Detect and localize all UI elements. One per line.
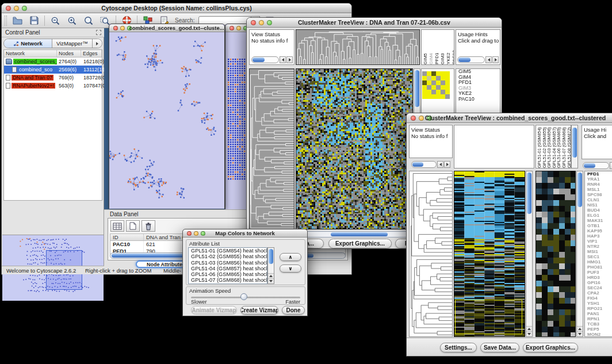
move-up-button[interactable]: ∧ xyxy=(280,253,301,261)
network-row[interactable]: RNAPuberNov2+! 563(0) 107847(0) xyxy=(4,82,102,90)
zoomed-heatmap-vscrollbar[interactable] xyxy=(576,171,583,337)
scroll-down-icon[interactable] xyxy=(268,278,274,283)
gene-label[interactable]: ELG1 xyxy=(586,213,612,218)
gene-label[interactable]: MAK31 xyxy=(586,218,612,223)
view-status-scrollbar[interactable] xyxy=(411,160,450,168)
tab-network[interactable]: Network xyxy=(4,39,52,48)
column-dendrogram-area[interactable] xyxy=(454,125,534,168)
heatmap-hscrollbar[interactable] xyxy=(296,231,420,237)
network-row[interactable]: combined_sco 2569(6) 13112(15) xyxy=(4,66,102,74)
gene-label[interactable]: CPA2 xyxy=(586,290,612,296)
scroll-down-icon[interactable] xyxy=(526,331,532,336)
row-dendrogram-canvas[interactable] xyxy=(250,69,294,229)
settings-button[interactable]: Settings... xyxy=(440,343,477,352)
gene-label[interactable]: PEP5 xyxy=(586,327,612,332)
gene-label[interactable]: YSH1 xyxy=(586,301,612,306)
row-dendrogram-canvas[interactable] xyxy=(410,171,452,336)
scrollbar-thumb[interactable] xyxy=(415,70,419,107)
scrollbar-thumb[interactable] xyxy=(577,173,582,207)
move-down-button[interactable]: ∨ xyxy=(280,265,301,273)
attribute-list-item[interactable]: GPL51-02 (GSM855) heat shock 10 min xyxy=(190,254,267,259)
gene-label[interactable]: HRD3 xyxy=(586,275,612,280)
animate-vizmap-button[interactable]: Animate Vizmap xyxy=(191,306,237,315)
column-dendrogram[interactable] xyxy=(296,29,420,65)
attribute-list-scrollbar[interactable] xyxy=(267,247,274,284)
scroll-left-icon[interactable] xyxy=(485,56,492,63)
attribute-list-item[interactable]: GPL51-04 (GSM857) heat shock 20 min xyxy=(190,266,267,271)
usage-hints-scrollbar[interactable] xyxy=(457,56,499,63)
done-button[interactable]: Done xyxy=(282,306,305,315)
save-session-icon[interactable] xyxy=(28,15,40,26)
scrollbar-thumb[interactable] xyxy=(269,249,273,264)
scrollbar-thumb[interactable] xyxy=(331,232,388,236)
gene-label[interactable]: HMG1 xyxy=(586,259,612,265)
network-canvas[interactable] xyxy=(109,32,224,209)
gene-label[interactable]: PFD1 xyxy=(586,171,612,177)
column-labels-scrollbar[interactable] xyxy=(571,125,578,168)
gene-label[interactable]: KAP95 xyxy=(586,228,612,233)
zoomed-heatmap-canvas[interactable] xyxy=(536,171,575,336)
select-attributes-icon[interactable] xyxy=(110,220,124,232)
toolbar-drag-handle[interactable] xyxy=(5,16,7,26)
network-row[interactable]: DNA and Tran 07 769(0) 183728(0) xyxy=(4,74,102,82)
scroll-right-icon[interactable] xyxy=(492,56,499,63)
gene-label[interactable]: PUF3 xyxy=(586,270,612,275)
scroll-left-icon[interactable] xyxy=(280,56,286,63)
row-dendrogram[interactable] xyxy=(249,68,294,229)
attribute-list-item[interactable]: GPL51-06 (GSM865) heat shock 40 min xyxy=(190,271,267,277)
gene-label[interactable]: MON2 xyxy=(586,332,612,337)
gene-label[interactable]: BUD4 xyxy=(586,208,612,213)
gene-label[interactable]: GTB1 xyxy=(586,223,612,228)
gene-label[interactable]: NTR2 xyxy=(586,244,612,249)
gene-label[interactable]: RPO21 xyxy=(586,306,612,311)
delete-attribute-icon[interactable] xyxy=(141,220,155,232)
new-attribute-icon[interactable] xyxy=(126,220,140,232)
view-status-scrollbar[interactable] xyxy=(251,56,293,63)
gene-label[interactable]: RNR4 xyxy=(586,182,612,187)
attribute-list-item[interactable]: GPL51-03 (GSM856) heat shock 15 min xyxy=(190,260,267,266)
heatmap-canvas[interactable] xyxy=(296,69,412,229)
scroll-right-icon[interactable] xyxy=(286,56,293,63)
gene-label[interactable]: TCB3 xyxy=(586,321,612,327)
attribute-list-item[interactable]: GPL51-01 (GSM854) heat shock 05 min xyxy=(190,248,267,254)
heatmap-canvas[interactable] xyxy=(454,171,525,336)
speed-slider-thumb[interactable] xyxy=(240,293,247,300)
gene-label[interactable]: VIP1 xyxy=(586,239,612,244)
gene-label[interactable]: SEC24 xyxy=(586,285,612,290)
gene-label[interactable]: SPC98 xyxy=(586,192,612,197)
gene-label[interactable]: PHO81 xyxy=(586,265,612,270)
close-button[interactable] xyxy=(230,26,234,30)
network-window1-titlebar[interactable]: combined_scores_good.txt--cluste... xyxy=(109,24,224,32)
scroll-up-icon[interactable] xyxy=(526,326,532,331)
dialog-titlebar[interactable]: Map Colors to Network xyxy=(183,229,307,237)
scroll-up-icon[interactable] xyxy=(268,273,274,278)
gene-label[interactable]: HAP3 xyxy=(586,233,612,239)
float-panel-icon[interactable] xyxy=(96,30,101,35)
save-data-button[interactable]: Save Data... xyxy=(480,343,519,352)
tab-vizmapper[interactable]: VizMapper™ xyxy=(52,39,93,48)
gene-label[interactable]: MSI1 xyxy=(586,249,612,254)
minimize-button[interactable] xyxy=(236,26,241,30)
scroll-right-icon[interactable] xyxy=(444,161,450,168)
correlation-mini-heatmap[interactable] xyxy=(422,71,450,99)
heatmap-view[interactable] xyxy=(454,171,525,337)
usage-hints-scrollbar[interactable] xyxy=(583,162,612,169)
gene-label[interactable]: PAN1 xyxy=(586,311,612,316)
network-row[interactable]: combined_scores_ 2764(0) 16218(0) xyxy=(4,58,102,66)
zoom-out-icon[interactable] xyxy=(49,15,62,26)
zoom-fit-icon[interactable] xyxy=(82,15,95,26)
scrollbar-thumb[interactable] xyxy=(572,128,577,158)
gene-label[interactable]: FIG4 xyxy=(586,296,612,301)
open-session-icon[interactable] xyxy=(11,15,24,26)
export-graphics-button[interactable]: Export Graphics... xyxy=(328,239,392,248)
zoom-in-icon[interactable] xyxy=(66,15,78,26)
column-dendrogram-canvas[interactable] xyxy=(296,30,419,64)
gene-label[interactable]: GPI16 xyxy=(586,280,612,285)
create-vizmap-button[interactable]: Create Vizmap xyxy=(240,306,278,315)
gene-label[interactable]: NIS1 xyxy=(586,202,612,208)
scroll-up-icon[interactable] xyxy=(577,326,583,331)
gene-label[interactable]: CLN1 xyxy=(586,197,612,202)
scrollbar-thumb[interactable] xyxy=(527,173,531,214)
network-view-window-1[interactable]: combined_scores_good.txt--cluste... xyxy=(109,24,225,209)
scroll-left-icon[interactable] xyxy=(610,162,612,169)
